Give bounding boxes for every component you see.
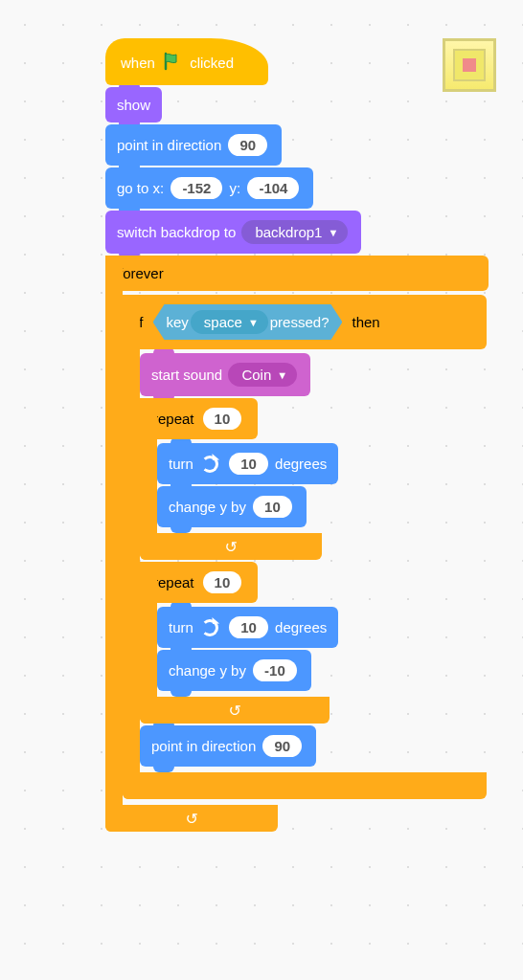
then-label: then — [352, 314, 379, 330]
backdrop-dropdown[interactable]: backdrop1 ▼ — [241, 220, 348, 244]
green-flag-icon — [163, 52, 182, 74]
turn-degrees-input[interactable]: 10 — [229, 616, 268, 638]
turn-cw-block[interactable]: turn 10 degrees — [157, 443, 338, 484]
scratch-workspace[interactable]: when clicked show point in direction 90 … — [0, 0, 523, 980]
repeat-count-input[interactable]: 10 — [203, 408, 242, 430]
turn-label: turn — [169, 456, 193, 472]
backdrop-value: backdrop1 — [255, 224, 322, 240]
change-y-label: change y by — [169, 499, 246, 515]
key-prefix: key — [167, 314, 189, 330]
when-flag-clicked-hat[interactable]: when clicked — [105, 38, 268, 85]
chevron-down-icon: ▼ — [328, 227, 338, 238]
repeat-block-1[interactable]: repeat 10 turn — [140, 398, 338, 560]
key-dropdown[interactable]: space ▼ — [191, 310, 268, 334]
hat-prefix: when — [121, 55, 155, 71]
sound-dropdown[interactable]: Coin ▼ — [228, 363, 297, 387]
sound-value: Coin — [241, 367, 271, 383]
turn-degrees-input[interactable]: 10 — [229, 453, 268, 475]
turn-cw-icon — [201, 456, 218, 473]
loop-arrow-icon: ↻ — [229, 702, 241, 720]
repeat-block-2[interactable]: repeat 10 turn — [140, 562, 338, 724]
change-y-block[interactable]: change y by -10 — [157, 650, 311, 691]
point-in-direction-block[interactable]: point in direction 90 — [140, 725, 316, 767]
goto-y-label: y: — [230, 180, 241, 196]
forever-block[interactable]: forever if key spa — [105, 256, 489, 832]
hat-suffix: clicked — [190, 55, 234, 71]
point-direction-label: point in direction — [117, 137, 221, 153]
point-in-direction-block[interactable]: point in direction 90 — [105, 124, 282, 166]
goto-prefix: go to x: — [117, 180, 164, 196]
chevron-down-icon: ▼ — [248, 317, 259, 328]
if-then-block[interactable]: if key space ▼ pressed? then — [123, 295, 487, 799]
degrees-label: degrees — [275, 456, 327, 472]
loop-arrow-icon: ↻ — [186, 810, 198, 828]
start-sound-label: start sound — [151, 367, 222, 383]
start-sound-block[interactable]: start sound Coin ▼ — [140, 353, 310, 396]
chevron-down-icon: ▼ — [277, 369, 287, 381]
show-label: show — [117, 97, 150, 113]
change-y-input[interactable]: -10 — [253, 659, 297, 681]
repeat-count-input[interactable]: 10 — [203, 571, 242, 593]
direction-input[interactable]: 90 — [262, 735, 302, 757]
key-pressed-reporter[interactable]: key space ▼ pressed? — [153, 304, 343, 340]
turn-label: turn — [169, 619, 193, 635]
loop-arrow-icon: ↻ — [225, 538, 238, 556]
goto-xy-block[interactable]: go to x: -152 y: -104 — [105, 167, 313, 209]
show-block[interactable]: show — [105, 87, 162, 122]
direction-input[interactable]: 90 — [228, 134, 267, 156]
goto-y-input[interactable]: -104 — [247, 177, 299, 199]
repeat-label: repeat — [153, 411, 194, 427]
switch-backdrop-label: switch backdrop to — [117, 224, 236, 240]
change-y-label: change y by — [169, 662, 246, 679]
key-value: space — [204, 314, 242, 330]
key-suffix: pressed? — [270, 314, 330, 330]
goto-x-input[interactable]: -152 — [171, 177, 222, 199]
point-direction-label: point in direction — [151, 738, 256, 754]
turn-cw-icon — [201, 619, 218, 636]
forever-label: forever — [119, 265, 164, 281]
change-y-block[interactable]: change y by 10 — [157, 486, 307, 527]
script-stack[interactable]: when clicked show point in direction 90 … — [105, 38, 489, 834]
repeat-label: repeat — [153, 574, 194, 590]
switch-backdrop-block[interactable]: switch backdrop to backdrop1 ▼ — [105, 211, 361, 254]
degrees-label: degrees — [275, 619, 327, 635]
turn-cw-block[interactable]: turn 10 degrees — [157, 607, 338, 648]
change-y-input[interactable]: 10 — [253, 496, 292, 518]
